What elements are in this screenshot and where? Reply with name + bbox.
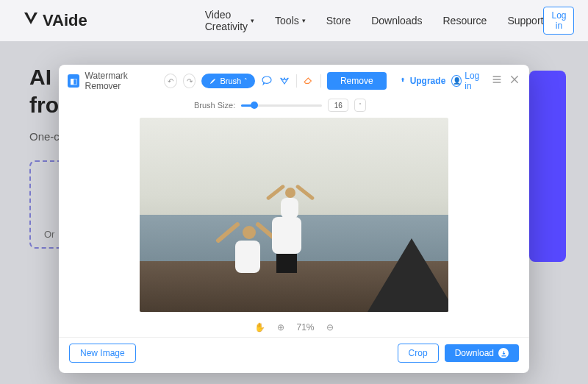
image-canvas[interactable]	[140, 118, 448, 312]
brush-size-stepper[interactable]: ˄	[354, 99, 366, 112]
zoom-value: 71%	[296, 322, 314, 333]
polygon-tool-button[interactable]	[279, 75, 290, 87]
new-image-button[interactable]: New Image	[69, 344, 136, 363]
download-icon	[498, 348, 509, 358]
app-title: Watermark Remover	[85, 71, 156, 91]
canvas-area	[59, 118, 529, 315]
zoom-in-button[interactable]: ⊕	[277, 322, 284, 333]
divider	[320, 74, 321, 88]
zoom-bar: ✋ ⊕ 71% ⊖	[59, 315, 529, 337]
crop-button[interactable]: Crop	[398, 344, 439, 363]
brush-tool-button[interactable]: Brush ˄	[201, 74, 255, 88]
close-button[interactable]	[509, 74, 520, 88]
brush-icon	[209, 77, 217, 85]
undo-button[interactable]: ↶	[164, 74, 177, 88]
person-silhouette	[235, 226, 260, 273]
eraser-tool-button[interactable]	[303, 74, 315, 88]
tent-shape	[368, 238, 448, 312]
modal-overlay: ◧ Watermark Remover ↶ ↷ Brush ˄ Remove U…	[0, 0, 588, 384]
user-icon: 👤	[451, 75, 462, 87]
divider	[296, 74, 297, 88]
remove-button[interactable]: Remove	[327, 72, 387, 90]
upgrade-link[interactable]: Upgrade	[398, 76, 446, 86]
redo-button[interactable]: ↷	[183, 74, 196, 88]
watermark-remover-modal: ◧ Watermark Remover ↶ ↷ Brush ˄ Remove U…	[59, 65, 529, 373]
hand-tool-icon[interactable]: ✋	[254, 322, 265, 333]
app-icon: ◧	[68, 74, 79, 88]
download-button[interactable]: Download	[445, 344, 519, 362]
lasso-tool-button[interactable]	[261, 75, 273, 87]
menu-button[interactable]	[491, 74, 503, 88]
zoom-out-button[interactable]: ⊖	[326, 322, 334, 333]
bottom-bar: New Image Crop Download	[59, 337, 529, 373]
chevron-up-icon: ˄	[244, 77, 248, 85]
modal-login-button[interactable]: 👤 Log in	[451, 71, 485, 91]
brush-size-label: Brush Size:	[194, 101, 235, 110]
brush-size-row: Brush Size: 16 ˄	[194, 97, 529, 118]
upload-icon	[398, 77, 407, 85]
brush-size-value[interactable]: 16	[328, 99, 348, 112]
brush-size-slider[interactable]	[241, 101, 322, 110]
modal-toolbar: ◧ Watermark Remover ↶ ↷ Brush ˄ Remove U…	[59, 65, 529, 97]
person-silhouette	[281, 188, 298, 218]
